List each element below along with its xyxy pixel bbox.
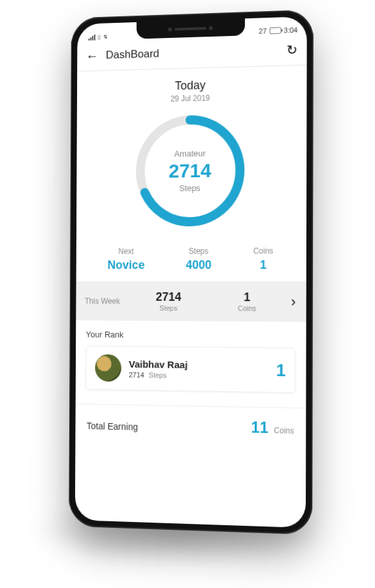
total-earning-row: Total Earning 11 Coins: [75, 404, 306, 438]
rank-info: Vaibhav Raaj 2714 Steps: [129, 358, 188, 379]
week-label: This Week: [85, 296, 127, 305]
signal-icon: [88, 35, 95, 41]
today-block: Today 29 Jul 2019: [77, 65, 307, 106]
progress-ring: Amateur 2714 Steps: [76, 110, 306, 230]
back-icon[interactable]: ←: [86, 49, 98, 62]
next-steps-cell: Steps 4000: [186, 247, 211, 272]
battery-text: 27: [259, 27, 267, 35]
total-value-group: 11 Coins: [251, 418, 294, 438]
next-coins-label: Coins: [253, 247, 274, 256]
rank-section-title: Your Rank: [86, 330, 295, 341]
page-title: DashBoard: [106, 47, 159, 61]
rank-sub: 2714 Steps: [129, 370, 188, 379]
total-label: Total Earning: [87, 421, 138, 432]
steps-count: 2714: [169, 160, 211, 182]
week-steps-value: 2714: [132, 290, 204, 304]
data-icon: ⇅: [103, 34, 108, 40]
dashboard-content: Today 29 Jul 2019 Amateur 2714 Steps: [75, 65, 306, 451]
level-label: Amateur: [174, 148, 206, 159]
rank-section: Your Rank Vaibhav Raaj 2714 Steps 1: [76, 320, 306, 398]
week-steps-cell: 2714 Steps: [132, 290, 204, 312]
this-week-row[interactable]: This Week 2714 Steps 1 Coins ›: [76, 281, 306, 322]
rank-name: Vaibhav Raaj: [129, 358, 188, 370]
phone-frame: ▯ ⇅ 27 3:04 ← DashBoard ↻ Today 29 Jul 2…: [69, 10, 314, 535]
notch: [137, 18, 245, 39]
battery-icon: [269, 27, 281, 34]
app-bar: ← DashBoard ↻: [77, 33, 307, 71]
phone-mockup: ▯ ⇅ 27 3:04 ← DashBoard ↻ Today 29 Jul 2…: [69, 10, 314, 535]
week-coins-cell: 1 Coins: [210, 290, 285, 313]
week-coins-value: 1: [210, 290, 285, 305]
chevron-right-icon[interactable]: ›: [289, 293, 297, 310]
rank-position: 1: [276, 360, 286, 381]
progress-center: Amateur 2714 Steps: [133, 111, 248, 230]
week-coins-label: Coins: [210, 304, 285, 313]
next-goal-row: Next Novice Steps 4000 Coins 1: [76, 243, 306, 281]
total-value: 11: [251, 418, 269, 436]
week-steps-label: Steps: [132, 304, 204, 313]
avatar: [95, 354, 121, 381]
refresh-icon[interactable]: ↻: [286, 41, 297, 58]
rank-card[interactable]: Vaibhav Raaj 2714 Steps 1: [86, 345, 295, 392]
sim-icon: ▯: [98, 34, 101, 40]
steps-unit: Steps: [179, 183, 201, 193]
total-unit: Coins: [274, 426, 294, 436]
next-label: Next: [108, 247, 145, 256]
next-level-cell: Next Novice: [108, 247, 145, 272]
screen: ▯ ⇅ 27 3:04 ← DashBoard ↻ Today 29 Jul 2…: [75, 16, 307, 528]
next-coins-value: 1: [253, 258, 274, 272]
rank-steps-label: Steps: [149, 371, 167, 379]
rank-steps: 2714: [129, 370, 144, 378]
next-steps-value: 4000: [186, 258, 211, 272]
next-steps-label: Steps: [186, 247, 211, 256]
next-value: Novice: [108, 258, 145, 272]
clock: 3:04: [284, 26, 298, 35]
next-coins-cell: Coins 1: [253, 247, 274, 272]
